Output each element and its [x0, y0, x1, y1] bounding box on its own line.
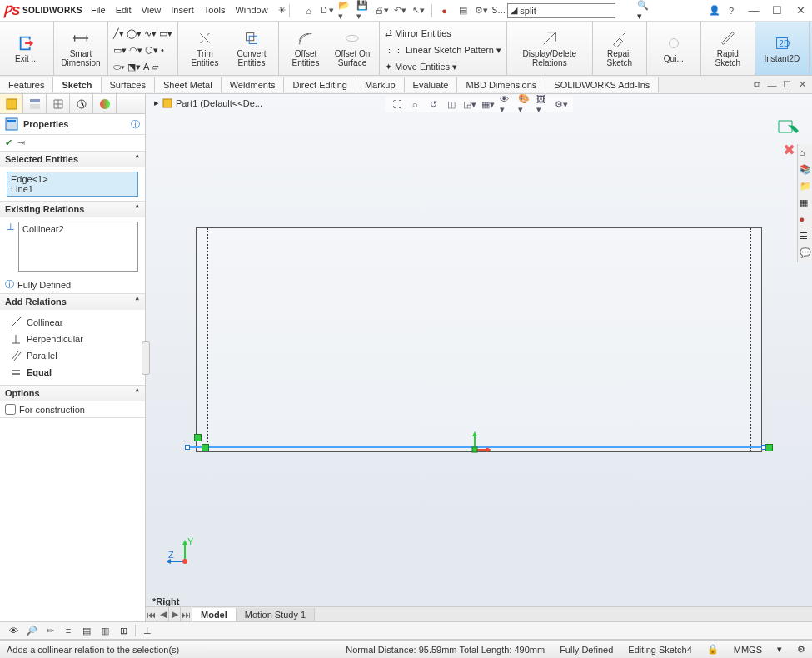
status-dropdown-icon[interactable]: ▾ [777, 644, 782, 655]
arc-icon[interactable]: ◠▾ [129, 45, 142, 56]
graphics-area[interactable]: ▸ Part1 (Default<<De... ⛶ ⌕ ↺ ◫ ◲▾ ▦▾ 👁▾… [146, 94, 812, 621]
display-delete-relations-button[interactable]: Display/Delete Relations [512, 24, 587, 72]
tab-nav-next-icon[interactable]: ▶ [169, 607, 181, 621]
status-lock-icon[interactable]: 🔒 [707, 644, 719, 655]
toolbar-icon[interactable]: 🔎 [25, 624, 38, 637]
smart-dimension-button[interactable]: Smart Dimension [59, 24, 102, 72]
tab-nav-first-icon[interactable]: ⏮ [146, 607, 157, 621]
instant2d-button[interactable]: 2D Instant2D [760, 24, 804, 72]
menu-tools[interactable]: Tools [204, 5, 226, 16]
edit-appearance-icon[interactable]: 🎨▾ [518, 97, 531, 111]
existing-relations-list[interactable]: Collinear2 [18, 222, 138, 272]
config-manager-tab[interactable] [47, 94, 70, 113]
fillet-icon[interactable]: ⬔▾ [127, 62, 141, 72]
rect-icon[interactable]: ▭▾ [113, 45, 127, 56]
home-icon[interactable]: ⌂ [301, 3, 316, 18]
doc-restore-icon[interactable]: ⧉ [752, 80, 762, 90]
tab-model[interactable]: Model [192, 608, 237, 621]
appearances-tab-icon[interactable]: ● [800, 214, 811, 226]
undo-icon[interactable]: ↶▾ [393, 3, 408, 18]
toolbar-icon[interactable]: ⊥ [141, 624, 154, 637]
feature-breadcrumb[interactable]: ▸ Part1 (Default<<De... [154, 97, 262, 108]
sketch-origin[interactable] [466, 430, 491, 456]
display-manager-tab[interactable] [93, 94, 117, 113]
print-icon[interactable]: 🖨▾ [375, 3, 390, 18]
circle-icon[interactable]: ◯▾ [127, 28, 142, 39]
relation-parallel[interactable]: Parallel [7, 347, 138, 364]
relation-glyph[interactable] [765, 444, 773, 451]
convert-entities-button[interactable]: Convert Entities [230, 24, 273, 72]
tab-sketch[interactable]: Sketch [53, 77, 101, 92]
toolbar-icon[interactable]: ⊞ [117, 624, 130, 637]
design-library-tab-icon[interactable]: 📚 [800, 164, 811, 176]
text-icon[interactable]: A [143, 62, 149, 72]
zoom-fit-icon[interactable]: ⛶ [390, 97, 403, 111]
tab-direct-editing[interactable]: Direct Editing [284, 77, 356, 92]
save-icon[interactable]: 💾▾ [356, 3, 371, 18]
feature-manager-tab[interactable] [0, 94, 23, 113]
existing-relation-item[interactable]: Collinear2 [22, 224, 134, 234]
doc-minimize-icon[interactable]: — [767, 80, 777, 90]
menu-star-icon[interactable]: ✳ [278, 5, 286, 16]
zoom-area-icon[interactable]: ⌕ [408, 97, 421, 111]
point-icon[interactable]: • [161, 45, 164, 55]
selected-entities-header[interactable]: Selected Entities˄ [0, 152, 145, 167]
hide-show-icon[interactable]: 👁▾ [500, 97, 513, 111]
resources-tab-icon[interactable]: ⌂ [800, 147, 811, 159]
relation-glyph[interactable] [202, 444, 209, 451]
view-palette-tab-icon[interactable]: ▦ [800, 197, 811, 209]
offset-entities-button[interactable]: Offset Entities [284, 24, 327, 72]
tab-weldments[interactable]: Weldments [222, 77, 285, 92]
tab-surfaces[interactable]: Surfaces [102, 77, 155, 92]
search-icon[interactable]: 🔍▾ [637, 0, 649, 22]
menu-insert[interactable]: Insert [171, 5, 194, 16]
minimize-button[interactable]: — [745, 4, 762, 17]
spline-icon[interactable]: ∿▾ [144, 28, 157, 39]
options-header[interactable]: Options˄ [0, 386, 145, 401]
toolbar-icon[interactable]: ▤ [80, 624, 93, 637]
rebuild-icon[interactable]: ● [437, 3, 452, 18]
toolbar-icon[interactable]: ✏ [43, 624, 57, 637]
previous-view-icon[interactable]: ↺ [426, 97, 440, 111]
exit-sketch-ok-icon[interactable] [777, 119, 800, 139]
slot-icon[interactable]: ▭▾ [159, 28, 172, 39]
dimxpert-tab[interactable] [70, 94, 93, 113]
file-explorer-tab-icon[interactable]: 📁 [800, 181, 811, 192]
options-icon[interactable]: ▤ [456, 3, 471, 18]
tab-nav-prev-icon[interactable]: ◀ [157, 607, 169, 621]
help-icon[interactable]: ? [724, 3, 739, 18]
new-icon[interactable]: 🗋▾ [320, 3, 335, 18]
maximize-button[interactable]: ☐ [769, 4, 785, 17]
pm-help-icon[interactable]: ⓘ [131, 118, 140, 131]
relation-equal[interactable]: Equal [7, 364, 138, 381]
doc-maximize-icon[interactable]: ☐ [782, 80, 792, 90]
tab-addins[interactable]: SOLIDWORKS Add-Ins [545, 77, 659, 92]
add-relations-header[interactable]: Add Relations˄ [0, 294, 145, 310]
selected-entities-list[interactable]: Edge<1> Line1 [7, 172, 138, 197]
view-orientation-icon[interactable]: ◲▾ [463, 97, 476, 111]
status-gear-icon[interactable]: ⚙ [797, 644, 805, 655]
toolbar-icon[interactable]: ≡ [62, 624, 75, 637]
tab-markup[interactable]: Markup [356, 77, 405, 92]
rapid-sketch-button[interactable]: Rapid Sketch [706, 24, 750, 72]
menu-edit[interactable]: Edit [116, 5, 132, 16]
menu-window[interactable]: Window [235, 5, 267, 16]
forum-tab-icon[interactable]: 💬 [800, 247, 811, 259]
exit-sketch-button[interactable]: Exit ... [5, 24, 48, 72]
move-entities-button[interactable]: ✦Move Entities▾ [385, 59, 501, 74]
relation-collinear[interactable]: Collinear [7, 314, 138, 331]
polygon-icon[interactable]: ⬡▾ [145, 45, 158, 56]
plane-icon[interactable]: ▱ [152, 62, 158, 72]
endpoint-node[interactable] [194, 434, 202, 441]
toolbar-icon[interactable]: ▥ [98, 624, 112, 637]
mirror-entities-button[interactable]: ⇄Mirror Entities [385, 26, 501, 41]
tab-mbd-dimensions[interactable]: MBD Dimensions [457, 77, 545, 92]
repair-sketch-button[interactable]: Repair Sketch [598, 24, 641, 72]
user-icon[interactable]: 👤 [707, 3, 722, 18]
settings-icon[interactable]: ⚙▾ [474, 3, 489, 18]
menu-view[interactable]: View [142, 5, 162, 16]
exit-sketch-cancel-icon[interactable]: ✖ [783, 141, 795, 159]
custom-props-tab-icon[interactable]: ☰ [800, 231, 811, 242]
ellipse-icon[interactable]: ⬭▾ [113, 62, 125, 72]
expand-icon[interactable]: ▸ [154, 97, 159, 108]
